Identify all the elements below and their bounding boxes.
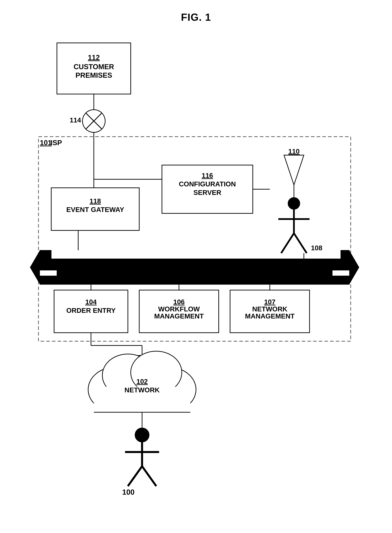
svg-point-2 [139,367,196,412]
network-mgmt-box [230,290,309,333]
event-gateway-box [51,188,139,230]
end-user-head [135,428,149,442]
customer-premises-label-2: PREMISES [75,71,112,79]
antenna-triangle [284,155,304,185]
event-service-id: 120 [222,263,234,272]
end-user-id: 100 [122,488,135,496]
event-service-right-arrow [349,250,359,284]
network-cloud [88,351,196,415]
config-server-id: 116 [202,172,213,179]
technician-right-leg [294,233,307,253]
config-server-label-2: SERVER [193,189,221,196]
event-service-arrow [40,250,349,284]
event-gateway-id: 118 [89,197,101,205]
technician-head [288,197,300,209]
isp-region [38,137,351,341]
config-server-box [162,165,253,213]
workflow-label-2: MANAGEMENT [154,312,204,320]
svg-point-1 [88,367,145,412]
network-mgmt-label-1: NETWORK [252,305,287,313]
end-user-right-leg [142,466,156,486]
workflow-label-1: WORKFLOW [158,305,200,313]
svg-point-4 [131,351,182,394]
technician-id: 108 [311,244,322,252]
network-mgmt-label-2: MANAGEMENT [245,312,294,320]
technician-left-leg [281,233,294,253]
event-gateway-label-1: EVENT GATEWAY [66,206,124,213]
event-service-left-arrow [30,250,40,284]
svg-point-0 [99,355,185,412]
svg-rect-5 [94,387,190,415]
order-entry-label-1: ORDER ENTRY [66,307,116,314]
end-user-left-leg [128,466,142,486]
config-server-label-1: CONFIGURATION [179,180,236,188]
isp-label-number: 101 [40,139,52,147]
customer-premises-box [57,43,131,94]
page-title: FIG. 1 [0,11,392,23]
customer-premises-id: 112 [88,53,100,62]
network-label: NETWORK [125,386,160,394]
event-service-label: EVENT SERVICE [167,263,225,272]
modem-x1 [86,113,102,129]
order-entry-box [54,290,128,333]
modem-x2 [86,113,102,129]
order-entry-id: 104 [85,298,97,306]
antenna-id: 110 [288,148,300,155]
isp-label-text: ISP [51,139,62,147]
workflow-box [139,290,219,333]
network-mgmt-id: 107 [264,298,275,306]
modem-circle [83,110,105,132]
workflow-id: 106 [173,298,185,306]
customer-premises-label-1: CUSTOMER [74,63,114,71]
modem-label: 114 [70,116,81,124]
network-id: 102 [136,378,148,385]
svg-point-3 [102,354,154,397]
